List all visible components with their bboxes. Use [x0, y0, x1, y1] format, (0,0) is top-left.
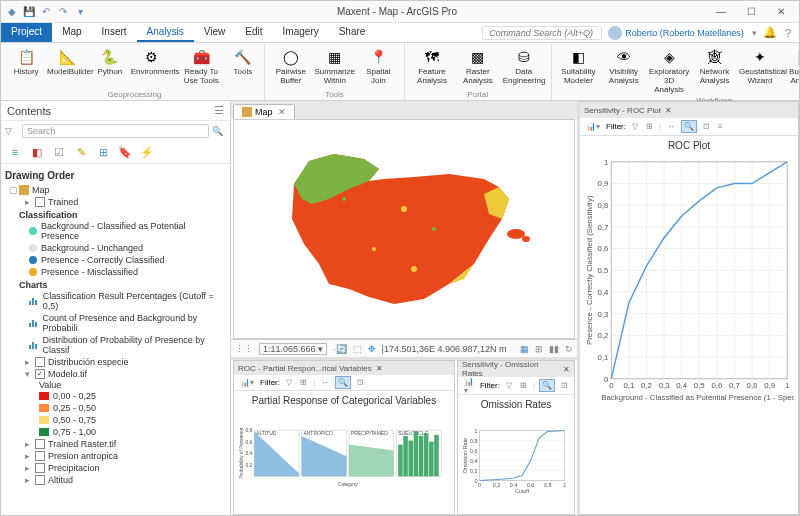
qat-dropdown-icon[interactable]: ▾ [73, 5, 87, 19]
om-zoom-icon[interactable]: 🔍 [539, 379, 555, 392]
dist-checkbox[interactable] [35, 357, 45, 367]
chart-entry[interactable]: Classification Result Percentages (Cutof… [5, 290, 226, 312]
ribbon-summarize-within[interactable]: ▦Summarize Within [315, 45, 355, 88]
refresh-icon[interactable]: ↻ [565, 344, 573, 354]
modelo-layer[interactable]: ▾✓Modelo.tif [5, 368, 226, 380]
roc-chart-icon[interactable]: 📊▾ [584, 121, 602, 132]
ribbon-ready-to-use-tools[interactable]: 🧰Ready To Use Tools [178, 45, 223, 88]
list-by-perf-icon[interactable]: ⚡ [139, 144, 155, 160]
undo-icon[interactable]: ↶ [39, 5, 53, 19]
omission-tab[interactable]: Sensitivity - Omission Rates [462, 360, 559, 378]
list-by-editing-icon[interactable]: ✎ [73, 144, 89, 160]
zoom-tool-icon[interactable]: 🔍 [335, 376, 351, 389]
layer-precipitacion[interactable]: ▸Precipitacion [5, 462, 226, 474]
sel-features-icon[interactable]: ▦ [520, 344, 529, 354]
roc-tab-close-icon[interactable]: ✕ [665, 106, 672, 115]
chart-entry[interactable]: Distribution of Probability of Presence … [5, 334, 226, 356]
notification-bell-icon[interactable]: 🔔 [763, 26, 777, 39]
roc-filter-icon[interactable]: ▽ [630, 121, 640, 132]
om-ext-icon[interactable]: ⊞ [518, 380, 529, 391]
roc-zoom-icon[interactable]: 🔍 [681, 120, 697, 133]
redo-icon[interactable]: ↷ [56, 5, 70, 19]
partial-tab[interactable]: ROC - Partial Respon...rical Variables [238, 364, 372, 373]
scale-selector[interactable]: 1:11.065.666 ▾ [259, 343, 327, 355]
contents-search-input[interactable]: Search [22, 124, 209, 138]
menu-tab-share[interactable]: Share [329, 23, 376, 42]
minimize-button[interactable]: — [707, 3, 735, 21]
nav-icon[interactable]: ⬚ [353, 344, 362, 354]
om-filter-icon[interactable]: ▽ [504, 380, 514, 391]
axis-icon[interactable]: ↔ [319, 377, 331, 388]
menu-tab-edit[interactable]: Edit [235, 23, 272, 42]
layer-checkbox[interactable] [35, 475, 45, 485]
menu-tab-view[interactable]: View [194, 23, 236, 42]
user-dropdown-icon[interactable]: ▾ [752, 28, 757, 38]
chart-entry[interactable]: Count of Presence and Background by Prob… [5, 312, 226, 334]
menu-tab-insert[interactable]: Insert [92, 23, 137, 42]
list-by-source-icon[interactable]: ◧ [29, 144, 45, 160]
ribbon-suitability-modeler[interactable]: ◧Suitability Modeler [558, 45, 599, 96]
filter-ext-icon[interactable]: ⊞ [298, 377, 309, 388]
menu-tab-analysis[interactable]: Analysis [137, 23, 194, 42]
modelo-checkbox[interactable]: ✓ [35, 369, 45, 379]
layer-checkbox[interactable] [35, 463, 45, 473]
roc-tab[interactable]: Sensitivity - ROC Plot [584, 106, 661, 115]
om-full-icon[interactable]: ⊡ [559, 380, 570, 391]
pause-icon[interactable]: ▮▮ [549, 344, 559, 354]
layer-checkbox[interactable] [35, 451, 45, 461]
roc-full-icon[interactable]: ⊡ [701, 121, 712, 132]
user-name[interactable]: Roberto (Roberto Matellanes) [625, 28, 744, 38]
close-button[interactable]: ✕ [767, 3, 795, 21]
full-ext-icon[interactable]: ⊡ [355, 377, 366, 388]
map-tab-close-icon[interactable]: ✕ [278, 107, 286, 117]
snap-icon[interactable]: ⊞ [535, 344, 543, 354]
list-by-labeling-icon[interactable]: 🔖 [117, 144, 133, 160]
ribbon-pairwise-buffer[interactable]: ◯Pairwise Buffer [271, 45, 311, 88]
save-icon[interactable]: 💾 [22, 5, 36, 19]
list-by-snapping-icon[interactable]: ⊞ [95, 144, 111, 160]
partial-chart-icon[interactable]: 📊▾ [238, 377, 256, 388]
search-icon[interactable]: 🔍 [212, 126, 226, 136]
ribbon-python[interactable]: 🐍Python [95, 45, 125, 88]
filter-icon[interactable]: ▽ [5, 126, 19, 136]
contents-menu-icon[interactable]: ☰ [214, 104, 224, 117]
ribbon-data-engineering[interactable]: ⛁Data Engineering [503, 45, 545, 88]
status-menu-icon[interactable]: ⋮⋮ [235, 344, 253, 354]
ribbon-exploratory-3d-analysis[interactable]: ◈Exploratory 3D Analysis [648, 45, 689, 96]
partial-tab-close-icon[interactable]: ✕ [376, 364, 383, 373]
rotate-icon[interactable]: ·🔄 [333, 344, 347, 354]
ribbon-raster-analysis[interactable]: ▩Raster Analysis [457, 45, 499, 88]
ribbon-feature-analysis[interactable]: 🗺Feature Analysis [411, 45, 453, 88]
map-node[interactable]: ▢Map [5, 184, 226, 196]
ribbon-network-analysis[interactable]: 🕸Network Analysis [694, 45, 735, 96]
roc-axis-icon[interactable]: ↔ [665, 121, 677, 132]
command-search-input[interactable] [482, 26, 602, 40]
ribbon-geostatistical-wizard[interactable]: ✦Geostatistical Wizard [739, 45, 780, 96]
map-tab[interactable]: Map✕ [233, 104, 295, 119]
ribbon-tools[interactable]: 🔨Tools [228, 45, 258, 88]
trained-checkbox[interactable] [35, 197, 45, 207]
list-by-selection-icon[interactable]: ☑ [51, 144, 67, 160]
ribbon-modelbuilder[interactable]: 📐ModelBuilder [45, 45, 90, 88]
dist-layer[interactable]: ▸Distribución especie [5, 356, 226, 368]
layer-presion-antropica[interactable]: ▸Presion antropica [5, 450, 226, 462]
nav2-icon[interactable]: ✥ [368, 344, 376, 354]
user-avatar-icon[interactable] [608, 26, 622, 40]
list-by-drawing-icon[interactable]: ≡ [7, 144, 23, 160]
menu-tab-imagery[interactable]: Imagery [273, 23, 329, 42]
menu-tab-project[interactable]: Project [1, 23, 52, 42]
ribbon-spatial-join[interactable]: 📍Spatial Join [359, 45, 398, 88]
trained-layer[interactable]: ▸Trained [5, 196, 226, 208]
roc-legend-icon[interactable]: ≡ [716, 121, 725, 132]
roc-ext-icon[interactable]: ⊞ [644, 121, 655, 132]
menu-tab-map[interactable]: Map [52, 23, 91, 42]
map-view[interactable] [233, 119, 575, 339]
filter-sel-icon[interactable]: ▽ [284, 377, 294, 388]
maximize-button[interactable]: ☐ [737, 3, 765, 21]
omission-tab-close-icon[interactable]: ✕ [563, 365, 570, 374]
ribbon-business-analysis[interactable]: 📊Business Analysis [785, 45, 800, 96]
om-chart-icon[interactable]: 📊▾ [462, 376, 476, 396]
ribbon-visibility-analysis[interactable]: 👁Visibility Analysis [603, 45, 644, 96]
ribbon-history[interactable]: 📋History [11, 45, 41, 88]
layer-checkbox[interactable] [35, 439, 45, 449]
